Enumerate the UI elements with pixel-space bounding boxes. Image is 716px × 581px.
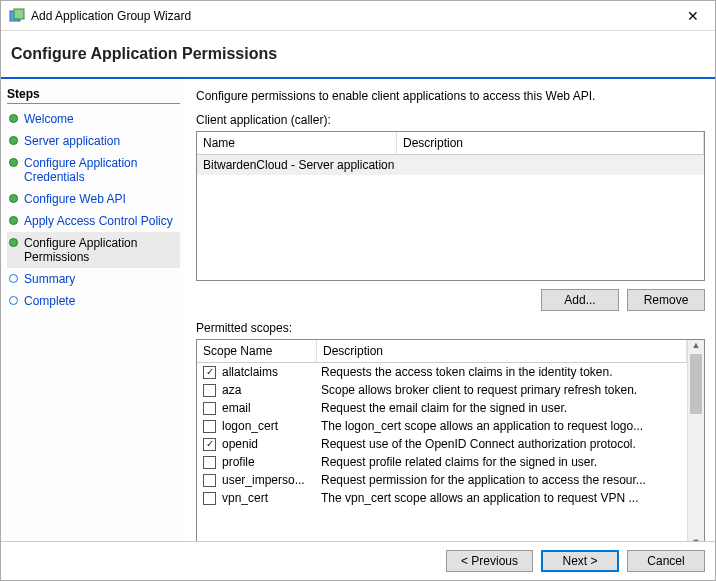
scope-desc: Scope allows broker client to request pr… <box>317 382 681 398</box>
scope-checkbox[interactable] <box>203 384 216 397</box>
next-button[interactable]: Next > <box>541 550 619 572</box>
client-app-label: Client application (caller): <box>196 113 705 127</box>
scope-desc: Request profile related claims for the s… <box>317 454 681 470</box>
scope-checkbox[interactable] <box>203 492 216 505</box>
scope-name: logon_cert <box>222 418 317 434</box>
scope-desc: Request use of the OpenID Connect author… <box>317 436 681 452</box>
scope-row[interactable]: emailRequest the email claim for the sig… <box>197 399 687 417</box>
svg-rect-1 <box>14 9 24 19</box>
step-2[interactable]: Configure Application Credentials <box>7 152 180 188</box>
scope-row[interactable]: ✓allatclaimsRequests the access token cl… <box>197 363 687 381</box>
step-label: Welcome <box>24 112 74 126</box>
scroll-up-icon[interactable]: ▲ <box>688 340 704 350</box>
col-name[interactable]: Name <box>197 132 397 154</box>
step-0[interactable]: Welcome <box>7 108 180 130</box>
scope-checkbox[interactable]: ✓ <box>203 438 216 451</box>
step-7[interactable]: Complete <box>7 290 180 312</box>
scope-checkbox[interactable] <box>203 402 216 415</box>
step-status-icon <box>9 194 18 203</box>
step-label: Configure Web API <box>24 192 126 206</box>
client-row[interactable]: BitwardenCloud - Server application <box>197 155 704 175</box>
scope-name: profile <box>222 454 317 470</box>
step-status-icon <box>9 216 18 225</box>
step-5[interactable]: Configure Application Permissions <box>7 232 180 268</box>
title-bar: Add Application Group Wizard ✕ <box>1 1 715 31</box>
scope-row[interactable]: vpn_certThe vpn_cert scope allows an app… <box>197 489 687 507</box>
step-status-icon <box>9 238 18 247</box>
scopes-header: Scope Name Description <box>197 340 687 363</box>
app-icon <box>9 8 25 24</box>
step-status-icon <box>9 296 18 305</box>
scopes-scrollbar[interactable]: ▲ ▼ <box>687 340 704 547</box>
scope-desc: Requests the access token claims in the … <box>317 364 681 380</box>
scopes-list[interactable]: Scope Name Description ✓allatclaimsReque… <box>196 339 705 548</box>
scope-desc: The vpn_cert scope allows an application… <box>317 490 681 506</box>
step-status-icon <box>9 136 18 145</box>
scope-desc: Request permission for the application t… <box>317 472 681 488</box>
client-name: BitwardenCloud - Server application <box>203 158 403 172</box>
step-3[interactable]: Configure Web API <box>7 188 180 210</box>
wizard-footer: < Previous Next > Cancel <box>1 541 715 580</box>
scope-name: vpn_cert <box>222 490 317 506</box>
scope-row[interactable]: logon_certThe logon_cert scope allows an… <box>197 417 687 435</box>
scope-row[interactable]: azaScope allows broker client to request… <box>197 381 687 399</box>
scope-name: aza <box>222 382 317 398</box>
step-label: Complete <box>24 294 75 308</box>
steps-sidebar: Steps WelcomeServer applicationConfigure… <box>1 79 186 580</box>
step-label: Summary <box>24 272 75 286</box>
step-status-icon <box>9 158 18 167</box>
scope-name: user_imperso... <box>222 472 317 488</box>
scope-name: email <box>222 400 317 416</box>
scope-checkbox[interactable] <box>203 420 216 433</box>
scope-name: allatclaims <box>222 364 317 380</box>
scope-row[interactable]: ✓openidRequest use of the OpenID Connect… <box>197 435 687 453</box>
scopes-label: Permitted scopes: <box>196 321 705 335</box>
step-1[interactable]: Server application <box>7 130 180 152</box>
step-label: Server application <box>24 134 120 148</box>
scope-checkbox[interactable]: ✓ <box>203 366 216 379</box>
step-status-icon <box>9 274 18 283</box>
scope-checkbox[interactable] <box>203 456 216 469</box>
scope-name: openid <box>222 436 317 452</box>
intro-text: Configure permissions to enable client a… <box>196 89 705 103</box>
page-title: Configure Application Permissions <box>1 31 715 79</box>
col-description[interactable]: Description <box>397 132 704 154</box>
step-label: Configure Application Credentials <box>24 156 178 184</box>
remove-button[interactable]: Remove <box>627 289 705 311</box>
content-area: Configure permissions to enable client a… <box>186 79 715 580</box>
cancel-button[interactable]: Cancel <box>627 550 705 572</box>
scope-desc: The logon_cert scope allows an applicati… <box>317 418 681 434</box>
client-list-header: Name Description <box>197 132 704 155</box>
add-button[interactable]: Add... <box>541 289 619 311</box>
steps-heading: Steps <box>7 87 180 104</box>
step-6[interactable]: Summary <box>7 268 180 290</box>
client-app-list[interactable]: Name Description BitwardenCloud - Server… <box>196 131 705 281</box>
scope-desc: Request the email claim for the signed i… <box>317 400 681 416</box>
close-icon[interactable]: ✕ <box>679 8 707 24</box>
step-status-icon <box>9 114 18 123</box>
col-scope-name[interactable]: Scope Name <box>197 340 317 362</box>
scroll-thumb[interactable] <box>690 354 702 414</box>
scope-row[interactable]: profileRequest profile related claims fo… <box>197 453 687 471</box>
scope-row[interactable]: user_imperso...Request permission for th… <box>197 471 687 489</box>
previous-button[interactable]: < Previous <box>446 550 533 572</box>
step-label: Apply Access Control Policy <box>24 214 173 228</box>
col-scope-desc[interactable]: Description <box>317 340 687 362</box>
step-label: Configure Application Permissions <box>24 236 178 264</box>
step-4[interactable]: Apply Access Control Policy <box>7 210 180 232</box>
window-title: Add Application Group Wizard <box>31 9 679 23</box>
scope-checkbox[interactable] <box>203 474 216 487</box>
